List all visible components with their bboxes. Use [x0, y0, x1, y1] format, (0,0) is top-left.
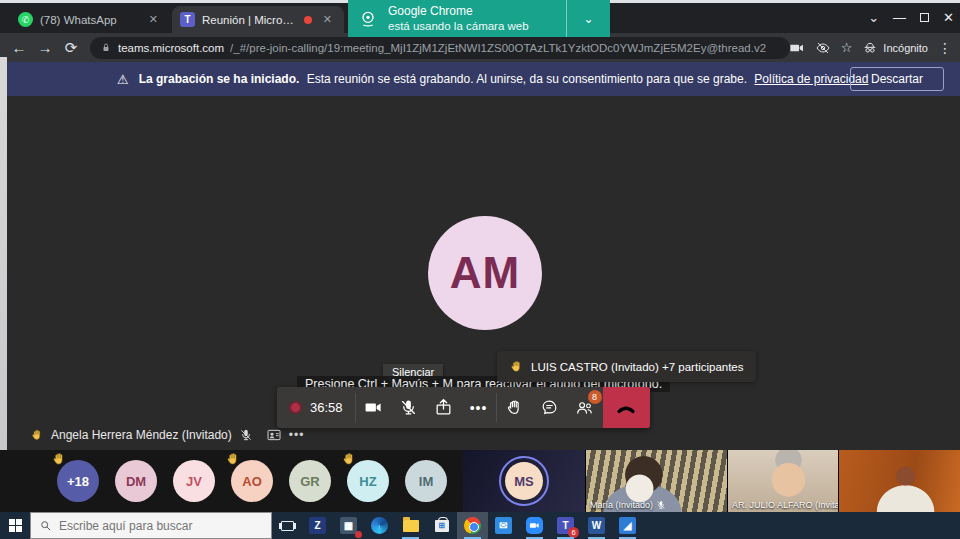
- app-icon-notification-app[interactable]: ▦: [333, 512, 364, 539]
- start-button[interactable]: [0, 512, 30, 539]
- participant-avatar-row: +18DMJVAOGRHZIM: [57, 460, 447, 502]
- zoom-app-icon[interactable]: [519, 512, 550, 539]
- mic-muted-icon: [656, 500, 666, 510]
- taskbar-search[interactable]: [30, 512, 272, 539]
- url-omnibox[interactable]: teams.microsoft.com/_#/pre-join-calling/…: [90, 37, 790, 59]
- mic-toggle-button[interactable]: [391, 387, 426, 428]
- banner-title: La grabación se ha iniciado.: [139, 72, 300, 86]
- banner-body: Esta reunión se está grabando. Al unirse…: [307, 72, 747, 86]
- active-speaker-avatar[interactable]: MS: [499, 456, 549, 506]
- bookmark-star-icon[interactable]: ☆: [841, 40, 853, 55]
- video-name-label: AR. JULIO ALFARO (Invitad: [732, 500, 845, 510]
- window-maximize-button[interactable]: [920, 13, 929, 22]
- lock-icon: [100, 42, 112, 54]
- search-icon: [39, 519, 52, 532]
- tab-close-icon[interactable]: ✕: [145, 11, 162, 28]
- camera-toggle-button[interactable]: [356, 387, 391, 428]
- participants-button[interactable]: 8: [567, 387, 602, 428]
- notification-expand-button[interactable]: ⌄: [566, 0, 610, 37]
- tab-recording-dot: [304, 16, 312, 24]
- notification-app-name: Google Chrome: [388, 4, 566, 19]
- video-tile[interactable]: [838, 450, 960, 512]
- toast-text: LUIS CASTRO (Invitado) +7 participantes: [531, 361, 744, 373]
- dismiss-button[interactable]: Descartar: [850, 67, 944, 91]
- tab-title: (78) WhatsApp: [40, 14, 138, 26]
- browser-menu-icon[interactable]: ⋮: [938, 40, 952, 56]
- raised-hand-icon: [51, 451, 67, 467]
- participant-avatar[interactable]: DM: [115, 460, 157, 502]
- window-controls: ⌄ — ✕: [868, 6, 954, 28]
- incognito-label: Incógnito: [883, 42, 928, 54]
- meeting-timer: 36:58: [310, 400, 343, 415]
- edge-icon[interactable]: [364, 512, 395, 539]
- call-control-bar: 36:58 ••• 8: [277, 387, 650, 428]
- warning-icon: ⚠: [117, 72, 129, 87]
- video-tile[interactable]: AR. JULIO ALFARO (Invitad: [727, 450, 838, 512]
- hang-up-button[interactable]: [603, 387, 651, 428]
- address-bar-actions: ☆ Incógnito ⋮: [789, 33, 952, 62]
- background-window-edge: [0, 57, 7, 513]
- participant-avatar[interactable]: +18: [57, 460, 99, 502]
- tab-close-icon[interactable]: ✕: [319, 11, 336, 28]
- reload-button[interactable]: ⟳: [58, 39, 84, 57]
- webcam-icon: [348, 9, 388, 29]
- raised-hand-toast[interactable]: LUIS CASTRO (Invitado) +7 participantes: [497, 351, 756, 382]
- windows-logo-icon: [9, 519, 22, 532]
- raised-hand-icon: [341, 451, 357, 467]
- mail-icon[interactable]: ✉: [488, 512, 519, 539]
- window-close-button[interactable]: ✕: [943, 10, 954, 25]
- raised-hand-icon: [30, 428, 44, 442]
- participant-avatar[interactable]: JV: [173, 460, 215, 502]
- incognito-icon: [862, 40, 878, 56]
- self-more-options-icon[interactable]: •••: [289, 428, 305, 442]
- raise-hand-button[interactable]: [497, 387, 532, 428]
- photos-icon[interactable]: ◢: [612, 512, 643, 539]
- incognito-badge: Incógnito: [862, 40, 928, 56]
- whatsapp-icon: ✆: [18, 12, 33, 27]
- participant-avatar[interactable]: IM: [405, 460, 447, 502]
- teams-badge: 6: [568, 527, 579, 538]
- url-path: /_#/pre-join-calling/19:meeting_MjI1ZjM1…: [230, 42, 766, 54]
- forward-button[interactable]: →: [32, 39, 58, 56]
- word-icon[interactable]: W: [581, 512, 612, 539]
- camera-usage-notification[interactable]: Google Chrome está usando la cámara web …: [348, 0, 610, 37]
- teams-icon: T: [180, 12, 195, 27]
- app-icon-z[interactable]: Z: [302, 512, 333, 539]
- recording-banner: ⚠ La grabación se ha iniciado. Esta reun…: [7, 62, 960, 96]
- notification-message: está usando la cámara web: [388, 19, 566, 33]
- teams-app-icon[interactable]: T6: [550, 512, 581, 539]
- chrome-icon[interactable]: [457, 512, 488, 539]
- participant-avatar[interactable]: AO: [231, 460, 273, 502]
- participants-filmstrip: +18DMJVAOGRHZIM MS María (Invitado) AR. …: [0, 450, 960, 512]
- self-participant-row: Angela Herrera Méndez (Invitado) •••: [30, 425, 304, 445]
- speaker-initials: MS: [505, 462, 543, 500]
- recording-dot-icon: [289, 401, 302, 414]
- raised-hand-icon: [225, 451, 241, 467]
- back-button[interactable]: ←: [6, 39, 32, 56]
- tab-teams-meeting[interactable]: T Reunión | Microsoft Teams ✕: [172, 6, 344, 33]
- mic-muted-icon: [239, 428, 253, 442]
- contact-card-icon[interactable]: [266, 427, 282, 443]
- microsoft-store-icon[interactable]: ⊞: [426, 512, 457, 539]
- task-view-button[interactable]: [272, 512, 302, 539]
- video-participant-name: AR. JULIO ALFARO (Invitad: [732, 500, 845, 510]
- video-participant-name: María (Invitado): [590, 500, 653, 510]
- share-screen-button[interactable]: [426, 387, 461, 428]
- eye-blocked-icon[interactable]: [815, 40, 831, 56]
- file-explorer-icon[interactable]: [395, 512, 426, 539]
- windows-taskbar: Z ▦ ⊞ ✉ T6 W ◢: [0, 512, 960, 539]
- chat-button[interactable]: [532, 387, 567, 428]
- video-tile[interactable]: María (Invitado): [585, 450, 727, 512]
- participants-badge: 8: [588, 390, 602, 404]
- search-input[interactable]: [59, 519, 249, 533]
- camera-permission-icon[interactable]: [789, 40, 805, 56]
- more-options-button[interactable]: •••: [461, 387, 496, 428]
- participant-avatar[interactable]: HZ: [347, 460, 389, 502]
- window-minimize-button[interactable]: —: [893, 10, 906, 25]
- tab-title: Reunión | Microsoft Teams: [202, 14, 297, 26]
- tab-search-chevron-icon[interactable]: ⌄: [868, 10, 879, 25]
- tab-whatsapp[interactable]: ✆ (78) WhatsApp ✕: [10, 6, 170, 33]
- main-speaker-avatar: AM: [428, 216, 542, 330]
- video-name-label: María (Invitado): [590, 500, 666, 510]
- participant-avatar[interactable]: GR: [289, 460, 331, 502]
